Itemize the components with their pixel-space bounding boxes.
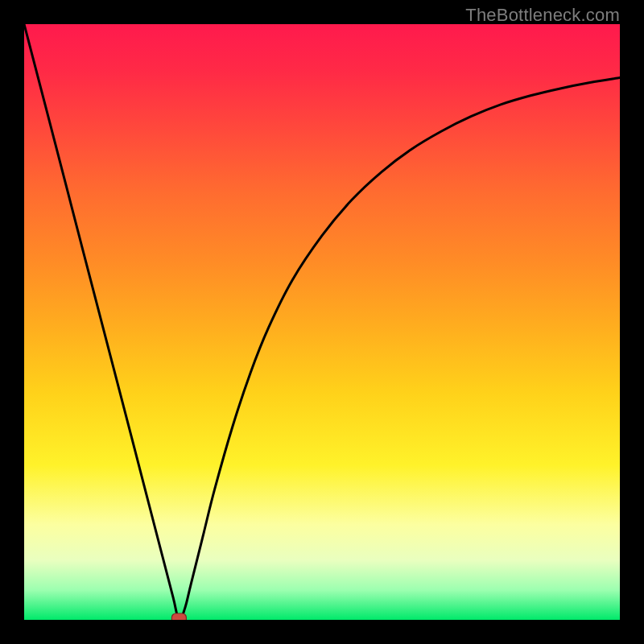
plot-area: [24, 24, 620, 620]
bottleneck-curve-path: [24, 24, 620, 620]
chart-frame: { "watermark": "TheBottleneck.com", "col…: [0, 0, 644, 644]
watermark-text: TheBottleneck.com: [465, 5, 620, 26]
minimum-marker: [171, 613, 186, 620]
bottleneck-curve-svg: [24, 24, 620, 620]
